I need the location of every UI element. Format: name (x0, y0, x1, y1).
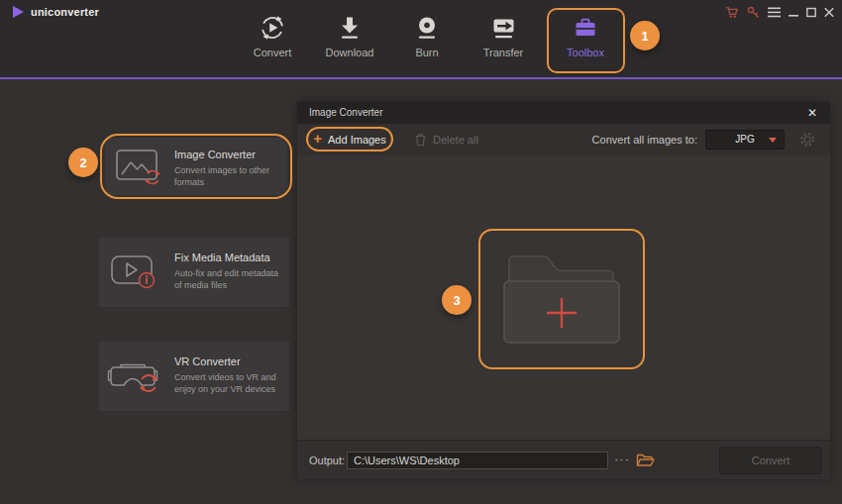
panel-bottombar: Output: ··· Convert (297, 440, 830, 479)
card-title: Image Converter (174, 149, 256, 160)
header-bar: uniconverter (0, 0, 842, 79)
card-title: Fix Media Metadata (174, 252, 270, 263)
panel-title: Image Converter (309, 102, 382, 124)
convert-button-label: Convert (752, 454, 790, 466)
card-desc: Auto-fix and edit metadata of media file… (174, 268, 285, 291)
trash-icon (414, 133, 427, 147)
app-logo: uniconverter (13, 6, 99, 18)
nav-label-transfer: Transfer (468, 47, 539, 58)
burn-icon (391, 12, 463, 44)
login-key-icon[interactable] (747, 6, 760, 19)
add-images-label: Add Images (328, 134, 386, 146)
open-folder-icon[interactable] (636, 454, 655, 467)
download-icon (314, 12, 385, 44)
app-title: uniconverter (31, 6, 99, 18)
convert-all-label: Convert all images to: (592, 124, 697, 155)
card-desc: Convert images to other formats (174, 165, 281, 188)
card-desc: Convert videos to VR and enjoy on your V… (174, 372, 285, 395)
media-metadata-icon (110, 253, 159, 291)
panel-toolbar: + Add Images Delete all Convert all imag… (297, 124, 830, 155)
convert-button[interactable]: Convert (719, 447, 822, 474)
drop-zone[interactable] (478, 229, 645, 369)
logo-play-icon (13, 6, 24, 18)
close-button[interactable] (824, 7, 834, 18)
card-fix-media-metadata[interactable]: Fix Media Metadata Auto-fix and edit met… (99, 238, 289, 307)
delete-all-button[interactable]: Delete all (414, 124, 478, 155)
nav-tab-transfer[interactable]: Transfer (468, 12, 539, 69)
maximize-button[interactable] (806, 7, 816, 18)
transfer-icon (468, 12, 539, 44)
nav-label-download: Download (314, 47, 385, 58)
nav-tab-convert[interactable]: Convert (237, 12, 308, 69)
nav-tab-download[interactable]: Download (314, 12, 385, 69)
settings-gear-icon[interactable] (799, 132, 815, 148)
nav-label-convert: Convert (237, 47, 308, 58)
image-converter-panel: Image Converter ✕ + Add Images Delete al… (297, 102, 830, 479)
browse-button[interactable]: ··· (614, 441, 630, 478)
step-2-badge: 2 (68, 148, 98, 177)
card-title: VR Converter (174, 355, 241, 367)
output-label: Output: (309, 441, 345, 480)
panel-close-icon[interactable]: ✕ (802, 102, 822, 124)
menu-icon[interactable] (768, 7, 781, 18)
convert-icon (237, 12, 308, 44)
nav-label-burn: Burn (391, 47, 463, 58)
nav-tab-burn[interactable]: Burn (391, 12, 463, 69)
add-images-button[interactable]: + Add Images (306, 127, 393, 151)
app-window: uniconverter (0, 0, 842, 504)
step-3-badge: 3 (442, 285, 472, 315)
toolbox-icon (550, 12, 621, 44)
nav-label-toolbox: Toolbox (550, 47, 621, 58)
chevron-down-icon (769, 138, 777, 143)
nav-tab-toolbox[interactable]: Toolbox (550, 12, 621, 69)
vr-headset-icon (107, 357, 162, 395)
panel-titlebar: Image Converter ✕ (297, 102, 830, 124)
minimize-button[interactable] (789, 7, 798, 18)
delete-all-label: Delete all (433, 134, 478, 146)
card-image-converter[interactable]: Image Converter Convert images to other … (105, 138, 287, 195)
step-1-badge: 1 (630, 21, 660, 50)
output-path-input[interactable] (347, 452, 608, 469)
folder-icon (497, 246, 626, 353)
plus-icon: + (313, 131, 322, 146)
format-dropdown[interactable]: JPG (705, 130, 785, 150)
image-refresh-icon (116, 150, 165, 187)
card-vr-converter[interactable]: VR Converter Convert videos to VR and en… (99, 342, 289, 411)
store-cart-icon[interactable] (725, 6, 739, 19)
